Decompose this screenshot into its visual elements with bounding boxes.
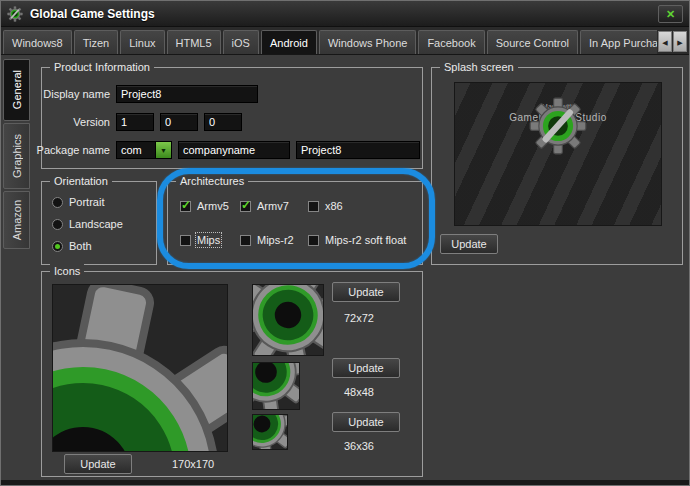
icon-preview-36 (252, 414, 288, 450)
gear-icon (252, 284, 324, 356)
orientation-group: Orientation Portrait Landscape Both (41, 181, 157, 265)
radio-icon (52, 197, 63, 208)
checkbox-mips-r2-label: Mips-r2 (257, 234, 294, 246)
tab-windows8[interactable]: Windows8 (3, 30, 72, 54)
icons-legend: Icons (50, 264, 84, 279)
splash-screen-group: Splash screen Made with GameMaker: Studi… (431, 67, 683, 265)
tab-tizen[interactable]: Tizen (74, 30, 119, 54)
product-information-legend: Product Information (50, 60, 154, 75)
icon-48-size-label: 48x48 (344, 386, 374, 398)
window-title: Global Game Settings (30, 7, 155, 21)
icon-36-size-label: 36x36 (344, 440, 374, 452)
tab-android[interactable]: Android (261, 30, 317, 54)
checkbox-armv7[interactable]: Armv7 (240, 200, 289, 212)
side-tab-general-label: General (11, 70, 23, 109)
gear-icon (52, 284, 228, 452)
side-tab-graphics[interactable]: Graphics (3, 123, 30, 189)
icon-preview-48 (252, 362, 300, 410)
platform-tabs: Windows8 Tizen Linux HTML5 iOS Android W… (3, 30, 657, 54)
package-prefix-value: com (117, 142, 155, 158)
version-minor-input[interactable] (160, 113, 198, 131)
radio-both-label: Both (69, 240, 92, 252)
splash-logo: Made with GameMaker: Studio (455, 97, 661, 123)
checkbox-icon (240, 201, 251, 212)
checkbox-x86-label: x86 (325, 200, 343, 212)
checkbox-icon (180, 235, 191, 246)
icon-170-update-button[interactable]: Update (64, 454, 132, 474)
tab-in-app-purchase[interactable]: In App Purchase (580, 30, 657, 54)
checkbox-armv5-label: Armv5 (197, 200, 229, 212)
orientation-legend: Orientation (50, 174, 112, 189)
radio-both[interactable]: Both (52, 240, 92, 252)
display-name-label: Display name (42, 88, 110, 100)
checkbox-mips-r2[interactable]: Mips-r2 (240, 234, 294, 246)
side-tab-amazon[interactable]: Amazon (3, 191, 30, 249)
icon-72-size-label: 72x72 (344, 312, 374, 324)
icon-72-update-button[interactable]: Update (332, 282, 400, 302)
gear-icon (252, 414, 288, 450)
checkbox-icon (308, 235, 319, 246)
checkbox-armv5[interactable]: Armv5 (180, 200, 229, 212)
radio-landscape[interactable]: Landscape (52, 218, 123, 230)
radio-portrait[interactable]: Portrait (52, 196, 104, 208)
checkbox-icon (240, 235, 251, 246)
platform-tab-bar: Windows8 Tizen Linux HTML5 iOS Android W… (1, 27, 689, 55)
radio-icon (52, 219, 63, 230)
splash-update-button[interactable]: Update (440, 234, 498, 254)
window-bottom-border (1, 480, 689, 485)
tab-ios[interactable]: iOS (223, 30, 259, 54)
tab-scroll-right-icon[interactable]: ▶ (673, 31, 687, 52)
tab-windows-phone[interactable]: Windows Phone (319, 30, 417, 54)
splash-preview-image: Made with GameMaker: Studio (454, 82, 662, 226)
checkbox-x86[interactable]: x86 (308, 200, 343, 212)
icons-group: Icons Update 72x72 Update 48x48 Update 3… (41, 271, 423, 477)
tab-linux[interactable]: Linux (120, 30, 164, 54)
version-label: Version (42, 116, 110, 128)
tab-html5[interactable]: HTML5 (167, 30, 221, 54)
chevron-down-icon: ▼ (155, 142, 171, 158)
icon-preview-170 (52, 284, 228, 452)
tab-facebook[interactable]: Facebook (418, 30, 484, 54)
radio-landscape-label: Landscape (69, 218, 123, 230)
icon-48-update-button[interactable]: Update (332, 358, 400, 378)
radio-icon (52, 241, 63, 252)
splash-screen-legend: Splash screen (440, 60, 518, 75)
gamemaker-logo-icon (529, 97, 587, 155)
global-game-settings-window: Global Game Settings ✕ Windows8 Tizen Li… (0, 0, 690, 486)
icon-36-update-button[interactable]: Update (332, 412, 400, 432)
checkbox-mips[interactable]: Mips (180, 234, 220, 246)
checkbox-icon (180, 201, 191, 212)
display-name-input[interactable] (116, 85, 258, 103)
close-button[interactable]: ✕ (658, 5, 683, 23)
side-tab-graphics-label: Graphics (11, 134, 23, 178)
checkbox-armv7-label: Armv7 (257, 200, 289, 212)
side-tab-amazon-label: Amazon (11, 200, 23, 240)
title-bar: Global Game Settings (1, 1, 689, 27)
product-information-group: Product Information Display name Version… (41, 67, 423, 169)
version-build-input[interactable] (204, 113, 242, 131)
checkbox-mips-r2-soft-float-label: Mips-r2 soft float (325, 234, 406, 246)
radio-portrait-label: Portrait (69, 196, 104, 208)
version-major-input[interactable] (116, 113, 154, 131)
architectures-group: Architectures Armv5 Armv7 x86 Mips Mips-… (167, 181, 423, 265)
checkbox-icon (308, 201, 319, 212)
gamemaker-app-icon (7, 6, 23, 22)
icon-preview-72 (252, 284, 324, 356)
package-name-label: Package name (36, 144, 110, 156)
package-prefix-dropdown[interactable]: com ▼ (116, 141, 172, 159)
checkbox-mips-r2-soft-float[interactable]: Mips-r2 soft float (308, 234, 406, 246)
tab-source-control[interactable]: Source Control (487, 30, 578, 54)
architectures-legend: Architectures (176, 174, 248, 189)
package-product-input[interactable] (296, 141, 420, 159)
side-tab-general[interactable]: General (3, 59, 30, 121)
icon-170-size-label: 170x170 (172, 458, 214, 470)
checkbox-mips-label: Mips (197, 234, 220, 246)
gear-icon (252, 362, 300, 410)
tab-scroll-left-icon[interactable]: ◀ (658, 31, 672, 52)
package-company-input[interactable] (178, 141, 290, 159)
